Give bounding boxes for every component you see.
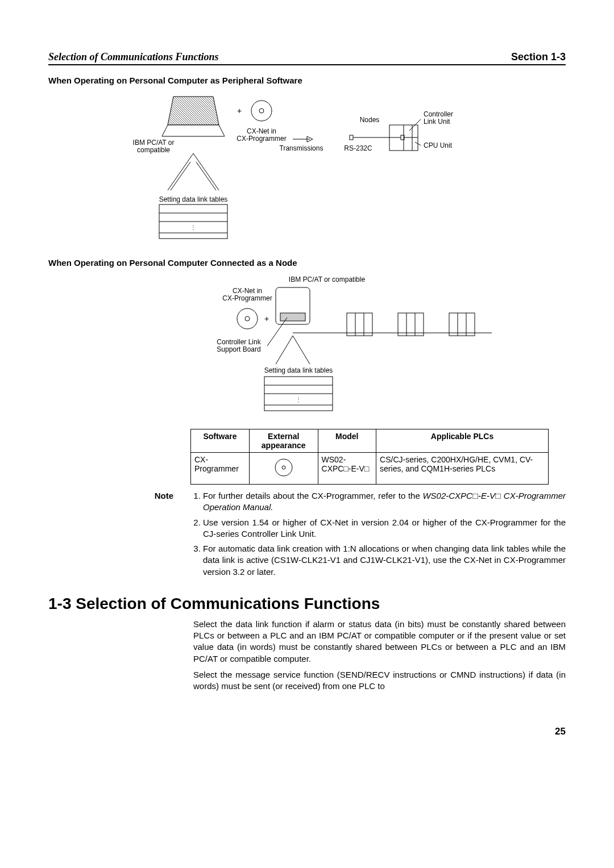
note-label: Note	[139, 490, 173, 581]
diag1-rs232c: RS-232C	[344, 144, 372, 152]
svg-rect-5	[350, 135, 353, 140]
svg-text:⋮: ⋮	[190, 224, 196, 231]
svg-rect-27	[347, 313, 372, 336]
subheading-2: When Operating on Personal Computer Conn…	[48, 258, 566, 268]
running-head-left: Selection of Communications Functions	[48, 51, 219, 63]
svg-point-44	[282, 466, 285, 469]
section-title: 1-3 Selection of Communications Function…	[48, 595, 566, 613]
para-1: Select the data link function if alarm o…	[193, 619, 566, 665]
diag1-setting: Setting data link tables	[159, 195, 228, 203]
diag2-ibm: IBM PC/AT or compatible	[289, 276, 366, 283]
svg-rect-24	[280, 313, 305, 321]
diag1-ctrl-l1: Controller	[424, 110, 453, 118]
svg-text:⋮: ⋮	[296, 397, 301, 403]
note-3: For automatic data link creation with 1:…	[203, 543, 566, 578]
diag1-ibm-l2: compatible	[137, 146, 170, 154]
th-appearance: External appearance	[249, 429, 318, 453]
svg-line-15	[196, 162, 216, 190]
subheading-1: When Operating on Personal Computer as P…	[48, 76, 566, 85]
cell-software: CX-Programmer	[191, 453, 250, 485]
svg-line-36	[276, 336, 293, 364]
diag2-board-l1: Controller Link	[217, 338, 261, 346]
svg-marker-0	[168, 97, 219, 125]
diag2-cxnet-l2: CX-Programmer	[222, 294, 272, 302]
note-2: Use version 1.54 or higher of CX-Net in …	[203, 517, 566, 540]
svg-line-37	[293, 336, 310, 364]
running-head-right: Section 1-3	[511, 51, 566, 63]
page-number: 25	[48, 726, 566, 737]
svg-line-14	[171, 162, 190, 190]
svg-line-25	[267, 318, 287, 346]
cell-appearance	[249, 453, 318, 485]
diag1-ctrl-l2: Link Unit	[424, 118, 450, 126]
diag1-cxnet-l1: CX-Net in	[247, 127, 276, 135]
cell-plcs: CS/CJ-series, C200HX/HG/HE, CVM1, CV-ser…	[376, 453, 549, 485]
diag2-cxnet-l1: CX-Net in	[233, 287, 262, 295]
cell-model: WS02-CXPC□-E-V□	[318, 453, 376, 485]
diag1-nodes: Nodes	[360, 116, 380, 124]
svg-marker-1	[162, 125, 225, 136]
diag2-setting: Setting data link tables	[264, 366, 333, 374]
svg-point-22	[245, 316, 250, 321]
th-model: Model	[318, 429, 376, 453]
diag2-plus: +	[264, 314, 269, 323]
diag1-trans: Transmissions	[280, 144, 323, 152]
svg-rect-30	[398, 313, 424, 336]
th-plcs: Applicable PLCs	[376, 429, 549, 453]
svg-point-2	[251, 101, 272, 121]
diag1-cpu: CPU Unit	[424, 141, 453, 149]
diag1-cxnet-l2: CX-Programmer	[237, 135, 286, 143]
table-row: CX-Programmer WS02-CXPC□-E-V□ CS/CJ-seri…	[191, 453, 549, 485]
svg-line-13	[193, 153, 219, 190]
th-software: Software	[191, 429, 250, 453]
disc-icon	[273, 457, 294, 478]
svg-line-12	[168, 153, 193, 190]
diag2-board-l2: Support Board	[217, 345, 260, 353]
svg-rect-33	[449, 313, 475, 336]
svg-point-43	[275, 459, 292, 476]
note-list: For further details about the CX-Program…	[187, 490, 566, 581]
software-table: Software External appearance Model Appli…	[190, 429, 549, 485]
diagram-peripheral: IBM PC/AT or compatible + CX-Net in CX-P…	[105, 91, 549, 250]
note-1: For further details about the CX-Program…	[203, 490, 566, 514]
diagram-node: IBM PC/AT or compatible CX-Net in CX-Pro…	[208, 273, 549, 421]
svg-point-3	[259, 108, 264, 113]
diag1-ibm-l1: IBM PC/AT or	[133, 139, 175, 147]
diag1-plus: +	[237, 106, 242, 115]
para-2: Select the message service function (SEN…	[193, 669, 566, 692]
svg-point-21	[237, 308, 258, 329]
